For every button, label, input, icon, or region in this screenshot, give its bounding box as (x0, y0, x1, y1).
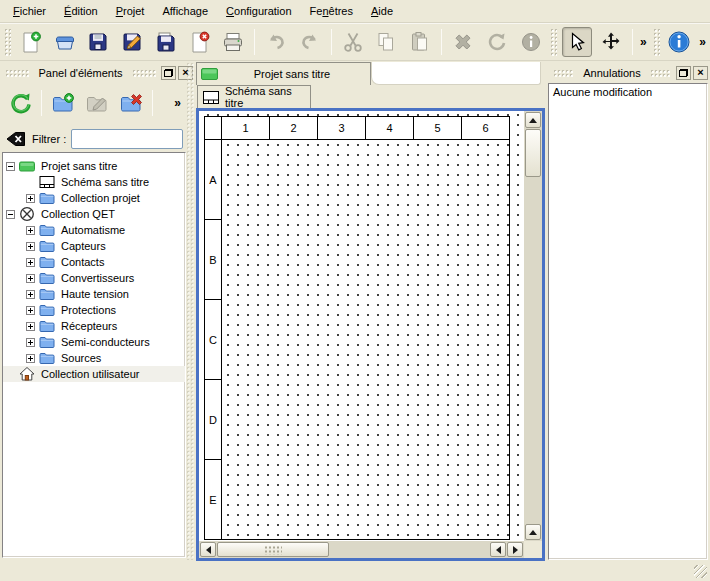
tree-item-collection-utilisateur[interactable]: Collection utilisateur (3, 366, 185, 382)
undo-list-item[interactable]: Aucune modification (553, 86, 703, 98)
edit-category-button[interactable] (82, 88, 112, 118)
main-toolbar: » » (0, 24, 710, 61)
tree-item-convertisseurs[interactable]: Convertisseurs (3, 270, 185, 286)
expand-icon[interactable] (26, 258, 35, 267)
size-grip[interactable] (694, 565, 707, 578)
toolbar-handle[interactable] (550, 28, 557, 56)
select-tool-button[interactable] (562, 27, 592, 57)
dock-grip[interactable] (650, 69, 671, 77)
menu-aide[interactable]: Aide (362, 2, 402, 20)
folder-icon (39, 286, 56, 302)
dock-splitter[interactable] (186, 62, 195, 560)
expand-icon[interactable] (26, 226, 35, 235)
tree-item-capteurs[interactable]: Capteurs (3, 238, 185, 254)
toolbar-handle[interactable] (4, 28, 11, 56)
scroll-up-button[interactable] (525, 524, 541, 540)
expand-icon[interactable] (26, 354, 35, 363)
menu-fenetres[interactable]: Fenêtres (301, 2, 362, 20)
scrollbar-corner (524, 541, 542, 558)
column-header: 2 (269, 116, 318, 140)
save-button[interactable] (83, 27, 113, 57)
open-document-icon (54, 31, 76, 53)
undo-button[interactable] (261, 27, 291, 57)
tab-schema-sans-titre[interactable]: Schéma sans titre (197, 85, 311, 108)
rotate-button[interactable] (482, 27, 512, 57)
tree-item-contacts[interactable]: Contacts (3, 254, 185, 270)
move-tool-button[interactable] (596, 27, 626, 57)
save-as-button[interactable] (117, 27, 147, 57)
elements-panel-title: Panel d'éléments (34, 67, 126, 79)
collapse-icon[interactable] (6, 162, 15, 171)
expand-icon[interactable] (26, 194, 35, 203)
dock-grip[interactable] (553, 69, 574, 77)
expand-icon[interactable] (26, 242, 35, 251)
arrow-left-icon (496, 546, 501, 554)
tree-item-semi-conducteurs[interactable]: Semi-conducteurs (3, 334, 185, 350)
scroll-left-button[interactable] (490, 542, 506, 557)
float-panel-button[interactable] (161, 66, 176, 80)
menu-edition[interactable]: Édition (55, 2, 107, 20)
scroll-left-button[interactable] (200, 542, 216, 557)
tree-item-collection-projet[interactable]: Collection projet (3, 190, 185, 206)
reload-collections-button[interactable] (5, 88, 35, 118)
dock-grip[interactable] (5, 69, 29, 77)
vertical-scroll-thumb[interactable] (525, 129, 541, 177)
expand-icon[interactable] (26, 306, 35, 315)
reload-icon (7, 90, 33, 116)
toolbar-separator (254, 29, 255, 55)
tree-item-schema[interactable]: Schéma sans titre (3, 174, 185, 190)
paste-button[interactable] (405, 27, 435, 57)
expand-icon[interactable] (26, 290, 35, 299)
new-category-button[interactable] (48, 88, 78, 118)
redo-button[interactable] (295, 27, 325, 57)
close-panel-button[interactable]: × (693, 66, 708, 80)
horizontal-scroll-thumb[interactable] (217, 542, 329, 557)
menu-configuration[interactable]: Configuration (217, 2, 300, 20)
expand-icon[interactable] (26, 338, 35, 347)
scroll-up-button[interactable] (525, 112, 541, 128)
new-document-button[interactable] (16, 27, 46, 57)
filter-input[interactable] (71, 129, 183, 149)
tree-item-collection-qet[interactable]: Collection QET (3, 206, 185, 222)
horizontal-scrollbar[interactable] (199, 541, 524, 558)
diagram-canvas[interactable]: 1 2 3 4 5 6 A B C D E (199, 111, 524, 541)
clear-filter-icon[interactable] (5, 130, 26, 148)
vertical-scrollbar[interactable] (524, 111, 542, 558)
row-header: D (204, 379, 222, 460)
menu-affichage[interactable]: Affichage (153, 2, 217, 20)
float-panel-button[interactable] (676, 66, 691, 80)
object-info-button[interactable] (516, 27, 546, 57)
scroll-right-button[interactable] (507, 542, 523, 557)
panel-toolbar-overflow-chevron[interactable]: » (171, 96, 184, 110)
close-icon: × (697, 67, 703, 78)
delete-category-button[interactable] (116, 88, 146, 118)
save-all-button[interactable] (151, 27, 181, 57)
close-file-button[interactable] (185, 27, 215, 57)
tree-item-recepteurs[interactable]: Récepteurs (3, 318, 185, 334)
tab-projet-sans-titre[interactable]: Projet sans titre (196, 62, 371, 85)
print-button[interactable] (219, 27, 249, 57)
expand-icon[interactable] (26, 322, 35, 331)
element-info-button[interactable] (665, 27, 695, 57)
undo-panel-titlebar: Annulations × (548, 64, 710, 81)
delete-button[interactable] (448, 27, 478, 57)
save-as-icon (121, 31, 143, 53)
undo-history-list[interactable]: Aucune modification (548, 83, 708, 560)
expand-icon[interactable] (26, 274, 35, 283)
toolbar-handle[interactable] (653, 28, 660, 56)
toolbar-overflow-chevron[interactable]: » (637, 35, 650, 49)
copy-button[interactable] (372, 27, 402, 57)
menu-fichier[interactable]: Fichier (4, 2, 55, 20)
tree-item-protections[interactable]: Protections (3, 302, 185, 318)
tree-item-automatisme[interactable]: Automatisme (3, 222, 185, 238)
tree-item-projet[interactable]: Projet sans titre (3, 158, 185, 174)
cut-button[interactable] (338, 27, 368, 57)
tree-item-sources[interactable]: Sources (3, 350, 185, 366)
tree-item-haute-tension[interactable]: Haute tension (3, 286, 185, 302)
open-document-button[interactable] (50, 27, 80, 57)
collapse-icon[interactable] (6, 210, 15, 219)
menu-projet[interactable]: Projet (107, 2, 154, 20)
dock-grip[interactable] (132, 69, 156, 77)
toolbar-overflow-chevron[interactable]: » (696, 35, 709, 49)
thumb-grip (264, 545, 282, 554)
